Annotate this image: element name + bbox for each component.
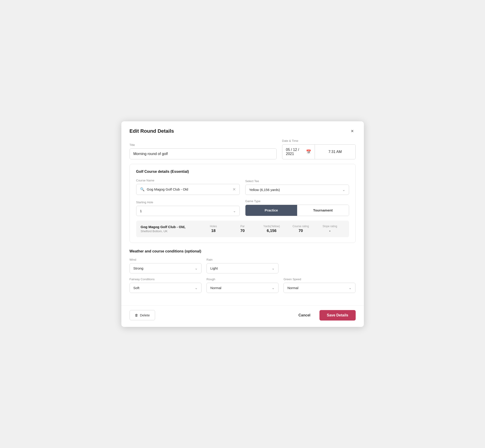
golf-course-section: Golf Course details (Essential) Course N…	[129, 164, 356, 243]
yards-label: Yards(Yellow)	[263, 225, 280, 228]
modal-header: Edit Round Details ×	[121, 121, 364, 139]
course-rating-label: Course rating	[293, 225, 309, 228]
course-info-location: Shelford Bottom, UK	[141, 230, 199, 233]
datetime-label: Date & Time	[282, 139, 356, 143]
time-input[interactable]: 7:31 AM	[315, 144, 356, 159]
date-time-row: 05 / 12 / 2021 📅 7:31 AM	[282, 144, 356, 159]
course-stat-rating: Course rating 70	[286, 225, 315, 233]
rough-dropdown[interactable]: Normal ⌄	[207, 283, 278, 293]
trash-icon: 🗑	[135, 313, 138, 317]
select-tee-dropdown[interactable]: Yellow (6,156 yards) ⌄	[245, 185, 349, 195]
green-speed-label: Green Speed	[283, 278, 356, 281]
date-value: 05 / 12 / 2021	[286, 148, 303, 156]
green-speed-value: Normal	[287, 286, 298, 290]
holes-label: Holes	[210, 225, 217, 228]
green-speed-chevron-icon: ⌄	[349, 286, 352, 290]
slope-rating-value: -	[329, 229, 331, 233]
conditions-title: Weather and course conditions (optional)	[129, 249, 356, 253]
clear-course-icon[interactable]: ✕	[233, 187, 236, 192]
holes-value: 18	[211, 229, 216, 233]
course-stat-par: Par 70	[228, 225, 257, 233]
conditions-section: Weather and course conditions (optional)…	[129, 249, 356, 293]
rough-label: Rough	[207, 278, 278, 281]
chevron-down-icon-2: ⌄	[233, 209, 236, 213]
rain-chevron-icon: ⌄	[272, 266, 275, 271]
course-info-row: Gog Magog Golf Club - Old, Shelford Bott…	[136, 221, 349, 237]
save-button[interactable]: Save Details	[319, 310, 356, 320]
course-tee-row: Course Name 🔍 ✕ Select Tee Yellow (6,156…	[136, 179, 349, 195]
fairway-group: Fairway Conditions Soft ⌄	[129, 278, 202, 293]
fairway-rough-green-row: Fairway Conditions Soft ⌄ Rough Normal ⌄…	[129, 278, 356, 293]
rough-value: Normal	[210, 286, 221, 290]
green-speed-dropdown[interactable]: Normal ⌄	[283, 283, 356, 293]
calendar-icon: 📅	[306, 149, 311, 154]
datetime-field-group: Date & Time 05 / 12 / 2021 📅 7:31 AM	[282, 139, 356, 159]
fairway-chevron-icon: ⌄	[195, 286, 198, 290]
rain-dropdown[interactable]: Light ⌄	[207, 263, 278, 273]
green-speed-group: Green Speed Normal ⌄	[283, 278, 356, 293]
game-type-group: Game Type Practice Tournament	[245, 200, 349, 216]
par-label: Par	[241, 225, 245, 228]
select-tee-value: Yellow (6,156 yards)	[249, 188, 280, 192]
course-info-name-text: Gog Magog Golf Club - Old,	[141, 225, 199, 229]
starting-hole-label: Starting Hole	[136, 200, 240, 204]
modal-footer: 🗑 Delete Cancel Save Details	[121, 305, 364, 327]
wind-label: Wind	[129, 258, 202, 261]
delete-button[interactable]: 🗑 Delete	[129, 310, 155, 320]
footer-right: Cancel Save Details	[295, 310, 356, 320]
modal-body: Title Date & Time 05 / 12 / 2021 📅 7:31 …	[121, 139, 364, 304]
course-stat-holes: Holes 18	[199, 225, 228, 233]
yards-value: 6,156	[267, 229, 277, 233]
title-datetime-row: Title Date & Time 05 / 12 / 2021 📅 7:31 …	[129, 139, 356, 159]
course-name-label: Course Name	[136, 179, 240, 182]
modal-title: Edit Round Details	[129, 128, 174, 134]
tournament-button[interactable]: Tournament	[297, 205, 349, 216]
title-field-group: Title	[129, 143, 277, 159]
wind-group: Wind Strong ⌄	[129, 258, 202, 273]
slope-rating-label: Slope rating	[323, 225, 337, 228]
course-name-text-input[interactable]	[147, 187, 230, 191]
title-label: Title	[129, 143, 277, 147]
edit-round-modal: Edit Round Details × Title Date & Time 0…	[121, 121, 364, 327]
wind-chevron-icon: ⌄	[195, 266, 198, 271]
course-stat-slope: Slope rating -	[315, 225, 345, 233]
wind-dropdown[interactable]: Strong ⌄	[129, 263, 202, 273]
select-tee-group: Select Tee Yellow (6,156 yards) ⌄	[245, 179, 349, 195]
wind-value: Strong	[133, 266, 144, 270]
rain-label: Rain	[207, 258, 278, 261]
course-name-group: Course Name 🔍 ✕	[136, 179, 240, 195]
golf-course-title: Golf Course details (Essential)	[136, 170, 349, 174]
rough-chevron-icon: ⌄	[272, 286, 275, 290]
title-input[interactable]	[129, 148, 277, 159]
par-value: 70	[241, 229, 245, 233]
time-value: 7:31 AM	[328, 150, 342, 154]
wind-rain-row: Wind Strong ⌄ Rain Light ⌄	[129, 258, 356, 273]
delete-label: Delete	[140, 313, 150, 317]
date-input[interactable]: 05 / 12 / 2021 📅	[282, 144, 315, 159]
course-info-name: Gog Magog Golf Club - Old, Shelford Bott…	[141, 225, 199, 233]
rough-group: Rough Normal ⌄	[207, 278, 278, 293]
game-type-label: Game Type	[245, 200, 349, 203]
select-tee-label: Select Tee	[245, 179, 349, 183]
course-name-input[interactable]: 🔍 ✕	[136, 184, 240, 195]
chevron-down-icon: ⌄	[342, 188, 345, 192]
course-rating-value: 70	[299, 229, 303, 233]
search-icon: 🔍	[140, 187, 145, 192]
rain-value: Light	[210, 266, 218, 270]
hole-gametype-row: Starting Hole 1 ⌄ Game Type Practice Tou…	[136, 200, 349, 216]
close-button[interactable]: ×	[349, 128, 356, 135]
fairway-value: Soft	[133, 286, 140, 290]
rain-group: Rain Light ⌄	[207, 258, 278, 273]
course-stat-yards: Yards(Yellow) 6,156	[257, 225, 286, 233]
starting-hole-value: 1	[140, 209, 142, 213]
practice-button[interactable]: Practice	[245, 205, 297, 216]
starting-hole-dropdown[interactable]: 1 ⌄	[136, 206, 240, 216]
cancel-button[interactable]: Cancel	[295, 311, 314, 320]
fairway-label: Fairway Conditions	[129, 278, 202, 281]
fairway-dropdown[interactable]: Soft ⌄	[129, 283, 202, 293]
starting-hole-group: Starting Hole 1 ⌄	[136, 200, 240, 216]
game-type-toggle: Practice Tournament	[245, 205, 349, 216]
